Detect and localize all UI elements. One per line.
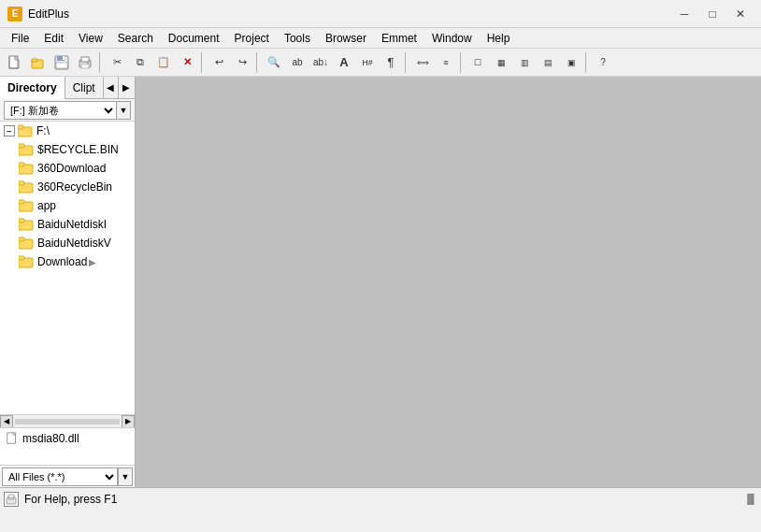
svg-rect-6 (56, 63, 67, 68)
menu-tools[interactable]: Tools (277, 29, 318, 48)
toolbar-cut[interactable]: ✂ (106, 51, 128, 74)
hscroll-right-btn[interactable]: ▶ (122, 415, 135, 428)
toolbar-tab[interactable]: ≡ (435, 51, 457, 74)
toolbar-replace[interactable]: ab (286, 51, 309, 74)
close-button[interactable]: ✕ (727, 5, 754, 23)
svg-rect-29 (7, 497, 16, 504)
drive-selector: [F:] 新加卷 ▼ (0, 99, 135, 122)
svg-rect-26 (19, 256, 24, 260)
tree-item-360rb[interactable]: 360RecycleBin (0, 178, 135, 196)
maximize-button[interactable]: □ (699, 5, 725, 23)
toolbar-sep-1 (99, 52, 103, 73)
folder-icon-360dl (19, 161, 34, 176)
sidebar-tabs: Directory Clipt ◀ ▶ (0, 77, 135, 99)
toolbar-para[interactable]: ¶ (380, 51, 402, 74)
toolbar-b3[interactable]: ▥ (513, 51, 536, 74)
svg-rect-14 (19, 144, 24, 148)
tree-item-recycle[interactable]: $RECYCLE.BIN (0, 140, 135, 159)
menu-search[interactable]: Search (110, 29, 161, 48)
toolbar-new[interactable] (4, 51, 26, 74)
toolbar-b5[interactable]: ▣ (560, 51, 582, 74)
window-controls: ─ □ ✕ (671, 5, 754, 23)
title-bar: E EditPlus ─ □ ✕ (0, 0, 761, 28)
folder-icon-download (19, 254, 34, 269)
tab-next-arrow[interactable]: ▶ (119, 77, 134, 99)
tree-item-app[interactable]: app (0, 196, 135, 215)
toolbar-sep-3 (256, 52, 260, 73)
menu-document[interactable]: Document (161, 29, 227, 48)
app-icon: E (7, 7, 22, 22)
tab-directory[interactable]: Directory (0, 77, 65, 99)
hscroll-left-btn[interactable]: ◀ (0, 415, 13, 428)
tree-label-360dl: 360Download (37, 162, 106, 175)
tree-label-360rb: 360RecycleBin (37, 180, 112, 194)
toolbar-b4[interactable]: ▤ (537, 51, 559, 74)
toolbar-find-next[interactable]: ab↓ (309, 51, 332, 74)
svg-rect-20 (19, 200, 24, 204)
toolbar-help[interactable]: ? (592, 51, 614, 74)
menu-window[interactable]: Window (424, 29, 480, 48)
tab-clipt[interactable]: Clipt (65, 77, 104, 99)
svg-rect-9 (81, 65, 89, 68)
filter-bar: All Files (*.*) ▼ (0, 465, 135, 487)
menu-file[interactable]: File (4, 29, 36, 48)
svg-rect-16 (19, 163, 24, 166)
menu-help[interactable]: Help (480, 29, 518, 48)
sidebar: Directory Clipt ◀ ▶ [F:] 新加卷 ▼ − F:\ (0, 77, 136, 487)
toolbar-find[interactable]: 🔍 (263, 51, 285, 74)
toolbar-b2[interactable]: ▦ (490, 51, 512, 74)
tree-item-download[interactable]: Download ▶ (0, 252, 135, 271)
file-tree: − F:\ $RECYCLE.BIN (0, 122, 135, 414)
svg-rect-2 (32, 59, 37, 62)
filter-select[interactable]: All Files (*.*) (2, 467, 118, 486)
svg-rect-22 (19, 219, 24, 223)
toolbar-paste[interactable]: 📋 (152, 51, 175, 74)
app-title: EditPlus (28, 7, 69, 21)
file-list-item-0[interactable]: msdia80.dll (4, 430, 131, 447)
tab-prev-arrow[interactable]: ◀ (104, 77, 119, 99)
toolbar-save[interactable] (50, 51, 73, 74)
menu-browser[interactable]: Browser (318, 29, 374, 48)
toolbar-copy[interactable]: ⧉ (129, 51, 151, 74)
toolbar-redo[interactable]: ↪ (231, 51, 253, 74)
sidebar-hscroll: ◀ ▶ (0, 414, 135, 427)
toolbar-sep-5 (460, 52, 464, 73)
svg-rect-12 (18, 125, 23, 129)
toolbar-sep-2 (201, 52, 205, 73)
folder-icon-360rb (19, 180, 34, 194)
menu-project[interactable]: Project (227, 29, 277, 48)
folder-icon-root (18, 123, 33, 138)
toolbar-wrap[interactable]: ⟺ (411, 51, 434, 74)
folder-icon-app (19, 198, 34, 213)
toolbar-hex[interactable]: H# (356, 51, 379, 74)
status-icon (4, 492, 19, 507)
file-item-label-0: msdia80.dll (22, 432, 79, 445)
tree-item-360dl[interactable]: 360Download (0, 159, 135, 178)
menu-view[interactable]: View (71, 29, 110, 48)
toolbar-delete[interactable]: ✕ (176, 51, 198, 74)
folder-icon-baidu2 (19, 236, 34, 251)
file-list-area: msdia80.dll (0, 427, 135, 465)
hscroll-track[interactable] (15, 419, 120, 424)
tree-item-baidu2[interactable]: BaiduNetdiskV (0, 234, 135, 252)
folder-icon-recycle (19, 142, 34, 157)
toolbar-font[interactable]: A (333, 51, 355, 74)
expand-root[interactable]: − (4, 125, 15, 137)
filter-dropdown-btn[interactable]: ▼ (118, 467, 133, 486)
drive-select[interactable]: [F:] 新加卷 (4, 101, 117, 120)
tree-item-baidu1[interactable]: BaiduNetdiskI (0, 215, 135, 234)
toolbar-sep-6 (585, 52, 589, 73)
drive-dropdown-btn[interactable]: ▼ (116, 101, 131, 120)
svg-point-10 (87, 62, 89, 64)
menu-emmet[interactable]: Emmet (374, 29, 424, 48)
minimize-button[interactable]: ─ (671, 5, 697, 23)
toolbar-open[interactable] (27, 51, 50, 74)
tree-item-root[interactable]: − F:\ (0, 122, 135, 140)
toolbar-b1[interactable]: ☐ (467, 51, 489, 74)
menu-edit[interactable]: Edit (36, 29, 71, 48)
svg-rect-24 (19, 237, 24, 241)
status-text: For Help, press F1 (24, 493, 117, 506)
toolbar-undo[interactable]: ↩ (208, 51, 230, 74)
toolbar-print[interactable] (74, 51, 96, 74)
folder-icon-baidu1 (19, 217, 34, 232)
